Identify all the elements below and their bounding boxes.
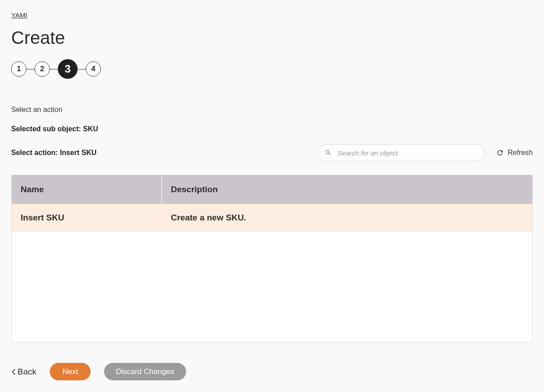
refresh-button[interactable]: Refresh [496, 149, 533, 157]
back-label: Back [17, 367, 36, 377]
step-1[interactable]: 1 [11, 61, 26, 77]
footer-actions: Back Next Discard Changes [11, 363, 533, 380]
column-header-name: Name [12, 175, 162, 204]
selected-action-label: Select action: Insert SKU [11, 149, 96, 157]
instruction-text: Select an action [11, 106, 533, 114]
cell-description: Create a new SKU. [162, 213, 532, 223]
step-connector [50, 69, 58, 69]
table-row[interactable]: Insert SKU Create a new SKU. [12, 204, 532, 232]
page-title: Create [11, 28, 533, 48]
next-button[interactable]: Next [50, 363, 91, 380]
table-header: Name Description [12, 175, 532, 204]
back-button[interactable]: Back [11, 367, 36, 377]
wizard-stepper: 1 2 3 4 [11, 59, 533, 79]
discard-changes-button[interactable]: Discard Changes [104, 363, 186, 380]
action-table: Name Description Insert SKU Create a new… [11, 175, 533, 343]
selected-sub-object-label: Selected sub object: SKU [11, 125, 533, 133]
step-3[interactable]: 3 [58, 59, 78, 79]
column-header-description: Description [162, 185, 532, 194]
cell-name: Insert SKU [12, 213, 162, 223]
step-4[interactable]: 4 [86, 61, 101, 77]
step-connector [78, 69, 86, 69]
chevron-left-icon [11, 369, 16, 375]
search-icon [325, 149, 332, 156]
search-box [318, 144, 485, 161]
step-2[interactable]: 2 [35, 61, 50, 77]
step-connector [26, 69, 35, 69]
breadcrumb-home-link[interactable]: YAMI [11, 11, 27, 19]
search-input[interactable] [318, 144, 485, 161]
refresh-label: Refresh [508, 149, 533, 157]
refresh-icon [496, 149, 504, 157]
